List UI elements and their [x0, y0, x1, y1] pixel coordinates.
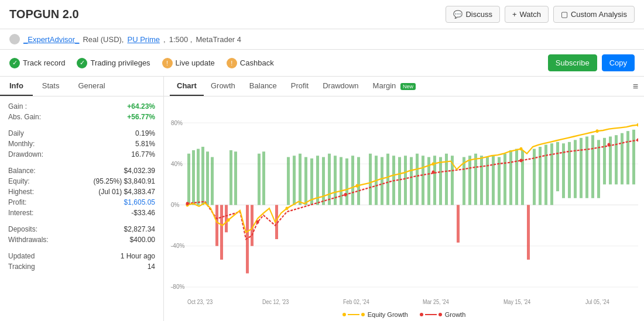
chart-tab-balance[interactable]: Balance [242, 77, 284, 96]
svg-rect-50 [427, 157, 430, 205]
svg-rect-20 [234, 151, 237, 205]
svg-rect-58 [474, 154, 477, 205]
chart-tab-margin[interactable]: Margin New [366, 77, 423, 96]
user-link[interactable]: _ExpertAdvisor_ [23, 35, 79, 44]
page-title: TOPGUN 2.0 [9, 8, 79, 21]
growth-dot [420, 313, 423, 316]
check-icon-track: ✓ [9, 58, 20, 68]
svg-rect-55 [527, 205, 530, 260]
svg-point-91 [596, 129, 599, 133]
svg-text:Dec 12, '23: Dec 12, '23 [262, 298, 289, 305]
svg-rect-35 [340, 157, 342, 205]
chart-tab-drawdown[interactable]: Drawdown [316, 77, 365, 96]
chart-tab-profit[interactable]: Profit [284, 77, 316, 96]
svg-rect-19 [229, 150, 232, 205]
clock-icon: ▢ [561, 10, 568, 19]
cashback-label: Cashback [240, 58, 274, 67]
svg-rect-26 [287, 157, 290, 205]
live-update-label: Live update [176, 58, 215, 67]
avatar [9, 34, 20, 44]
check-icon-trading: ✓ [77, 58, 87, 68]
left-tabs: Info Stats General [0, 77, 163, 96]
svg-text:Jul 05, '24: Jul 05, '24 [585, 298, 609, 305]
svg-rect-27 [293, 156, 296, 205]
row-daily: Daily 0.19% [8, 129, 155, 137]
row-withdrawals: Withdrawals: $400.00 [8, 236, 155, 244]
svg-point-98 [608, 143, 611, 147]
svg-rect-75 [580, 138, 583, 198]
row-drawdown: Drawdown: 16.77% [8, 150, 155, 158]
svg-rect-66 [521, 150, 524, 205]
chart-tab-list: Chart Growth Balance Profit Drawdown Mar… [170, 77, 423, 96]
svg-rect-28 [299, 154, 302, 205]
svg-rect-65 [515, 149, 518, 205]
svg-text:-40%: -40% [171, 241, 185, 249]
gain-value: +64.23% [127, 102, 155, 111]
svg-rect-71 [556, 142, 559, 191]
svg-rect-68 [539, 147, 542, 205]
svg-rect-14 [206, 151, 209, 205]
svg-text:Feb 02, '24: Feb 02, '24 [343, 298, 369, 305]
svg-rect-52 [439, 157, 442, 205]
svg-rect-49 [422, 156, 424, 205]
svg-text:-80%: -80% [171, 283, 185, 291]
svg-point-94 [256, 220, 259, 224]
svg-text:Mar 25, '24: Mar 25, '24 [423, 298, 449, 305]
chart-tab-growth[interactable]: Growth [204, 77, 242, 96]
platform: MetaTrader 4 [196, 35, 241, 44]
equity-label: Equity: [8, 177, 30, 185]
discuss-button[interactable]: 💬 Discuss [446, 6, 500, 23]
status-actions: Subscribe Copy [548, 54, 635, 71]
filter-icon[interactable]: ≡ [633, 81, 638, 92]
chart-tab-chart[interactable]: Chart [170, 77, 204, 96]
svg-text:0%: 0% [171, 201, 180, 208]
svg-point-97 [520, 159, 523, 163]
svg-text:May 15, '24: May 15, '24 [503, 298, 531, 305]
chart-legend: Equity Growth Growth [164, 308, 644, 321]
status-live-update: ! Live update [162, 58, 215, 68]
watch-button[interactable]: + Watch [505, 6, 549, 23]
tab-stats[interactable]: Stats [33, 77, 69, 96]
svg-rect-33 [328, 154, 331, 205]
abs-gain-label: Abs. Gain: [8, 113, 41, 121]
equity-growth-label: Equity Growth [368, 311, 408, 318]
copy-button[interactable]: Copy [602, 54, 635, 71]
daily-label: Daily [8, 129, 24, 137]
row-profit: Profit: $1,605.05 [8, 198, 155, 206]
svg-rect-47 [410, 157, 413, 205]
warn-icon-live: ! [162, 58, 173, 68]
tab-general[interactable]: General [68, 77, 114, 96]
svg-rect-81 [615, 135, 618, 184]
row-abs-gain: Abs. Gain: +56.77% [8, 113, 155, 121]
svg-point-99 [637, 138, 639, 141]
row-gain: Gain : +64.23% [8, 102, 155, 111]
svg-rect-84 [632, 130, 635, 185]
svg-rect-43 [386, 154, 389, 205]
custom-analysis-button[interactable]: ▢ Custom Analysis [553, 6, 635, 23]
updated-label: Updated [8, 252, 35, 260]
svg-rect-40 [369, 154, 372, 205]
separator: , [163, 35, 166, 44]
broker-link[interactable]: PU Prime [127, 35, 160, 44]
svg-rect-11 [192, 150, 195, 205]
svg-rect-82 [621, 133, 624, 185]
svg-rect-12 [197, 149, 200, 205]
equity-value: (95.25%) $3,840.91 [94, 177, 155, 185]
subscribe-button[interactable]: Subscribe [548, 54, 597, 71]
svg-rect-63 [503, 154, 506, 205]
gain-label: Gain : [8, 102, 27, 111]
svg-rect-64 [509, 150, 512, 205]
tab-info[interactable]: Info [0, 77, 33, 96]
svg-rect-37 [351, 156, 354, 205]
equity-growth-dot [342, 313, 346, 316]
row-balance: Balance: $4,032.39 [8, 167, 155, 175]
account-type: Real (USD), [83, 35, 124, 44]
svg-rect-69 [544, 145, 547, 205]
highest-label: Highest: [8, 188, 34, 196]
svg-text:40%: 40% [171, 160, 183, 167]
svg-rect-24 [262, 151, 265, 205]
svg-rect-30 [310, 158, 313, 205]
tracking-label: Tracking [8, 263, 35, 271]
svg-point-86 [227, 218, 230, 222]
svg-point-87 [286, 206, 289, 210]
